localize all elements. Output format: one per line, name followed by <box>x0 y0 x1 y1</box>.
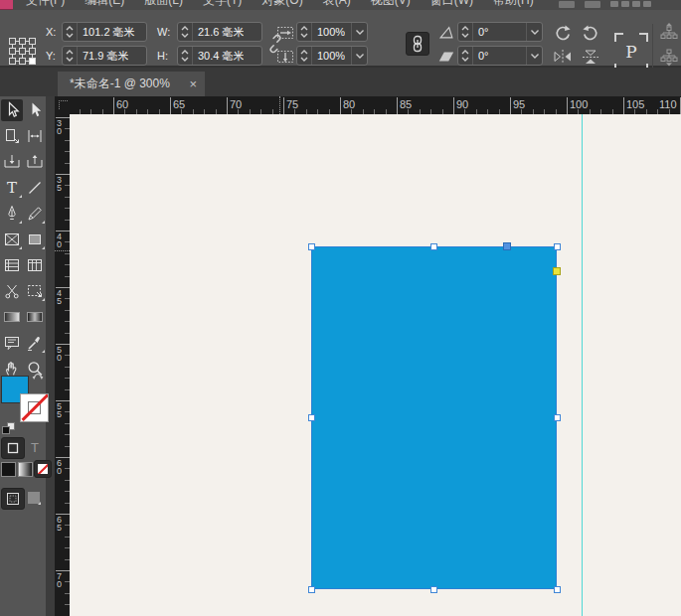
tool-gradient[interactable] <box>1 306 23 328</box>
menu-item[interactable]: 版面(L) <box>134 0 193 8</box>
height-field[interactable]: 30.4 毫米 <box>177 46 262 66</box>
stepper-icon[interactable] <box>458 47 473 65</box>
tool-gradient-feather[interactable] <box>24 306 46 328</box>
menu-item[interactable]: 对象(O) <box>252 0 312 8</box>
chevron-down-icon[interactable] <box>526 47 542 65</box>
normal-view-mode-button[interactable] <box>1 488 25 510</box>
workspace-button-2[interactable] <box>585 1 600 8</box>
chevron-down-icon[interactable] <box>351 23 367 41</box>
rotate-ccw-button[interactable] <box>579 22 602 44</box>
scale-x-field[interactable]: 100% <box>296 22 368 42</box>
tool-direct-selection[interactable] <box>1 99 23 121</box>
formatting-affects-container-button[interactable] <box>1 437 25 459</box>
chevron-down-icon[interactable] <box>526 23 542 41</box>
tool-type[interactable]: T <box>1 177 23 199</box>
chevron-down-icon[interactable] <box>351 47 367 65</box>
screen-mode-button[interactable] <box>26 490 42 506</box>
tool-pencil[interactable] <box>24 203 46 225</box>
select-previous-object-button[interactable] <box>657 21 681 43</box>
stepper-icon[interactable] <box>178 23 193 41</box>
tool-frame[interactable] <box>1 229 23 250</box>
workspace-button[interactable] <box>559 1 575 8</box>
selection-handle[interactable] <box>308 243 315 250</box>
close-icon[interactable]: × <box>189 77 197 91</box>
tool-hand[interactable] <box>1 358 23 380</box>
select-content-indicator[interactable]: P <box>614 33 648 73</box>
selection-handle[interactable] <box>430 586 437 593</box>
x-position-field[interactable]: 101.2 毫米 <box>62 22 147 42</box>
stepper-icon[interactable] <box>297 47 312 65</box>
selection-handle[interactable] <box>554 586 561 593</box>
tool-free-transform[interactable] <box>24 280 46 302</box>
scale-y-value[interactable]: 100% <box>312 50 345 62</box>
width-value[interactable]: 21.6 毫米 <box>193 25 244 40</box>
menu-item[interactable]: 帮助(H) <box>483 0 544 8</box>
svg-text:T: T <box>7 179 17 197</box>
menu-item[interactable]: 文件(F) <box>16 0 75 8</box>
select-next-object-button[interactable] <box>657 47 681 69</box>
stroke-swatch-none[interactable] <box>20 393 49 422</box>
document-tab[interactable]: *未命名-1 @ 300% × <box>58 72 205 96</box>
apply-none-button[interactable] <box>34 460 52 478</box>
live-corner-widget[interactable] <box>553 267 561 275</box>
reference-point-proxy[interactable] <box>8 37 38 67</box>
flip-horizontal-button[interactable] <box>551 47 575 67</box>
stepper-icon[interactable] <box>178 47 193 65</box>
y-position-field[interactable]: 71.9 毫米 <box>62 46 147 66</box>
menu-item[interactable]: 视图(V) <box>361 0 421 8</box>
selection-handle[interactable] <box>554 414 561 421</box>
vertical-ruler[interactable]: 303540455055606570 <box>55 114 70 616</box>
tool-line[interactable] <box>24 177 46 199</box>
stepper-icon[interactable] <box>458 23 473 41</box>
tool-pen[interactable] <box>1 203 23 225</box>
stepper-icon[interactable] <box>297 23 312 41</box>
rotate-cw-button[interactable] <box>551 22 575 44</box>
tool-page[interactable] <box>1 125 23 147</box>
ruler-guide-vertical[interactable] <box>582 114 583 616</box>
menu-item[interactable]: 表(A) <box>313 0 361 8</box>
y-position-value[interactable]: 71.9 毫米 <box>78 49 128 64</box>
selection-handle[interactable] <box>308 414 315 421</box>
selection-handle-filled[interactable] <box>503 242 511 250</box>
tool-eyedropper[interactable] <box>24 332 46 354</box>
tool-scissors[interactable] <box>1 280 23 302</box>
default-swatches-icon[interactable] <box>2 422 15 433</box>
x-position-value[interactable]: 101.2 毫米 <box>78 25 135 40</box>
selection-handle[interactable] <box>554 243 561 250</box>
menu-item[interactable]: 编辑(E) <box>75 0 134 8</box>
ruler-label: 80 <box>343 98 355 110</box>
tool-content-collector[interactable] <box>1 151 23 173</box>
tool-selection[interactable] <box>24 99 46 121</box>
tool-vertical-grid[interactable] <box>24 254 46 276</box>
menu-item[interactable]: 窗口(W) <box>421 0 483 8</box>
ruler-label: 45 <box>57 289 62 305</box>
apply-gradient-button[interactable] <box>18 462 33 477</box>
selection-handle[interactable] <box>308 586 315 593</box>
width-field[interactable]: 21.6 毫米 <box>177 22 262 42</box>
scale-y-field[interactable]: 100% <box>296 46 368 66</box>
ruler-origin[interactable] <box>55 96 70 114</box>
formatting-affects-text-button[interactable]: T <box>26 439 44 455</box>
horizontal-ruler[interactable]: 6065707580859095100105110 <box>70 96 681 114</box>
tool-note[interactable] <box>1 332 23 354</box>
stepper-icon[interactable] <box>63 23 78 41</box>
stepper-icon[interactable] <box>63 47 78 65</box>
tool-zoom[interactable] <box>24 358 46 380</box>
tool-gap[interactable] <box>24 125 46 147</box>
menu-item[interactable]: 文字(T) <box>193 0 252 8</box>
apply-color-button[interactable] <box>1 462 16 477</box>
shear-angle-value[interactable]: 0° <box>473 50 489 62</box>
scale-x-value[interactable]: 100% <box>312 26 345 38</box>
rotation-angle-value[interactable]: 0° <box>473 26 489 38</box>
constrain-scale-button[interactable] <box>406 32 429 56</box>
tool-content-placer[interactable] <box>24 151 46 173</box>
rotation-angle-field[interactable]: 0° <box>457 22 543 42</box>
height-value[interactable]: 30.4 毫米 <box>193 49 244 64</box>
shear-angle-field[interactable]: 0° <box>457 46 543 66</box>
selection-handle[interactable] <box>430 243 437 250</box>
flip-vertical-button[interactable] <box>579 47 602 67</box>
tool-rectangle[interactable] <box>24 229 46 250</box>
tool-horizontal-grid[interactable] <box>1 254 23 276</box>
selected-rectangle[interactable] <box>311 246 557 589</box>
document-tab-bar: *未命名-1 @ 300% × <box>0 68 681 96</box>
